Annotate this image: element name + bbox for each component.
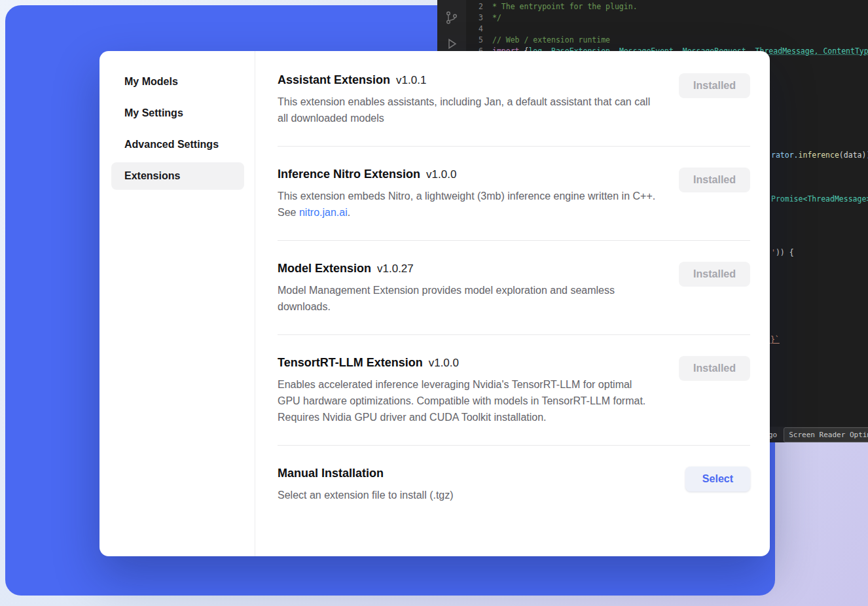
manual-installation-description: Select an extension file to install (.tg… — [278, 487, 656, 503]
extension-row-nitro: Inference Nitro Extensionv1.0.0 This ext… — [278, 146, 750, 240]
sidebar-item-my-models[interactable]: My Models — [111, 68, 244, 96]
extension-row-tensorrt: TensortRT-LLM Extensionv1.0.0 Enables ac… — [278, 334, 750, 445]
extension-version: v1.0.0 — [429, 357, 459, 369]
screen-reader-chip[interactable]: Screen Reader Optimize — [784, 427, 868, 442]
manual-installation-row: Manual Installation Select an extension … — [278, 445, 750, 523]
extension-title: Assistant Extensionv1.0.1 — [278, 73, 656, 87]
extension-description: This extension embeds Nitro, a lightweig… — [278, 188, 656, 221]
code-fragment: rator.inference(data)); — [771, 150, 868, 161]
line-number: 2 — [466, 1, 483, 12]
extension-title: Model Extensionv1.0.27 — [278, 262, 656, 276]
sidebar-item-extensions[interactable]: Extensions — [111, 162, 244, 190]
extension-version: v1.0.27 — [377, 262, 414, 275]
settings-modal: My Models My Settings Advanced Settings … — [99, 51, 770, 556]
sidebar-item-advanced-settings[interactable]: Advanced Settings — [111, 131, 244, 158]
code-lines: 2 * The entrypoint for the plugin. 3 */ … — [466, 1, 868, 57]
line-number: 3 — [466, 12, 483, 24]
installed-button[interactable]: Installed — [679, 356, 750, 381]
extension-version: v1.0.1 — [396, 74, 426, 86]
line-number: 5 — [466, 35, 483, 46]
code-fragment: ')) { — [771, 247, 794, 258]
extension-row-assistant: Assistant Extensionv1.0.1 This extension… — [278, 52, 750, 146]
line-number: 4 — [466, 24, 483, 35]
extension-title: Inference Nitro Extensionv1.0.0 — [278, 168, 656, 181]
manual-installation-title: Manual Installation — [278, 467, 656, 480]
select-file-button[interactable]: Select — [685, 467, 750, 491]
extensions-list: Assistant Extensionv1.0.1 This extension… — [255, 51, 770, 556]
source-control-icon[interactable] — [444, 10, 459, 25]
extension-title: TensortRT-LLM Extensionv1.0.0 — [278, 356, 656, 370]
installed-button[interactable]: Installed — [679, 168, 750, 192]
sidebar-item-my-settings[interactable]: My Settings — [111, 99, 244, 127]
run-debug-icon[interactable] — [444, 37, 459, 51]
code-comment: * The entrypoint for the plugin. — [492, 1, 638, 12]
extension-version: v1.0.0 — [426, 168, 456, 181]
extension-description: This extension enables assistants, inclu… — [278, 94, 656, 126]
settings-sidebar: My Models My Settings Advanced Settings … — [99, 51, 255, 556]
code-comment: */ — [492, 12, 501, 24]
installed-button[interactable]: Installed — [679, 73, 750, 98]
extension-description: Model Management Extension provides mode… — [278, 282, 656, 315]
code-fragment: Promise<ThreadMessage> — [771, 194, 868, 205]
code-comment: // Web / extension runtime — [492, 35, 610, 46]
nitro-jan-ai-link[interactable]: nitro.jan.ai — [299, 207, 348, 218]
extension-description: Enables accelerated inference leveraging… — [278, 376, 656, 425]
installed-button[interactable]: Installed — [679, 262, 750, 287]
extension-row-model: Model Extensionv1.0.27 Model Management … — [278, 240, 750, 334]
